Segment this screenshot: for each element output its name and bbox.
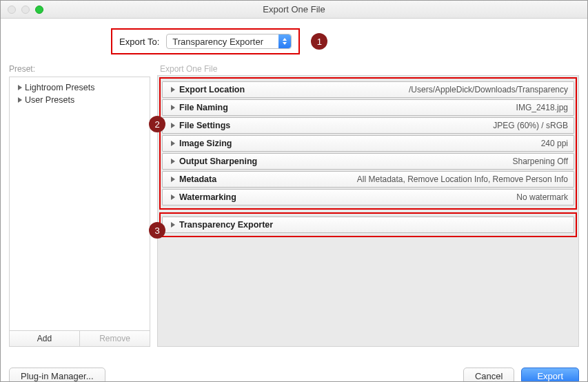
- titlebar: Export One File: [1, 1, 587, 19]
- annotation-box-2: Export Location /Users/AppleDick/Downloa…: [159, 77, 577, 210]
- plugin-manager-button[interactable]: Plug-in Manager...: [9, 368, 105, 382]
- panel-title: Image Sizing: [179, 139, 232, 148]
- annotation-box-1: Export To: Transparency Exporter: [111, 28, 300, 54]
- panel-value: Sharpening Off: [512, 157, 568, 166]
- disclosure-arrow-icon: [18, 97, 22, 103]
- annotation-badge-3: 3: [149, 222, 165, 239]
- preset-item-label: Lightroom Presets: [25, 83, 94, 92]
- panel-export-location[interactable]: Export Location /Users/AppleDick/Downloa…: [162, 81, 574, 98]
- preset-item-lightroom[interactable]: Lightroom Presets: [12, 81, 147, 94]
- panel-title: Export Location: [179, 85, 245, 94]
- preset-item-label: User Presets: [25, 95, 74, 105]
- disclosure-arrow-icon: [171, 105, 175, 110]
- footer-bar: Plug-in Manager... Cancel Export: [9, 368, 579, 382]
- panel-metadata[interactable]: Metadata All Metadata, Remove Location I…: [162, 171, 574, 188]
- annotation-badge-2: 2: [149, 116, 165, 132]
- disclosure-arrow-icon: [171, 222, 175, 228]
- panel-image-sizing[interactable]: Image Sizing 240 ppi: [162, 135, 574, 152]
- panel-transparency-exporter[interactable]: Transparency Exporter: [162, 217, 574, 233]
- panel-value: /Users/AppleDick/Downloads/Transparency: [409, 85, 568, 94]
- disclosure-arrow-icon: [171, 159, 175, 164]
- panel-file-naming[interactable]: File Naming IMG_2418.jpg: [162, 99, 574, 116]
- preset-list: Lightroom Presets User Presets: [9, 77, 150, 331]
- export-to-value: Transparency Exporter: [172, 37, 263, 47]
- panel-file-settings[interactable]: File Settings JPEG (60%) / sRGB: [162, 117, 574, 134]
- panel-title: Output Sharpening: [179, 157, 257, 166]
- dropdown-stepper-icon: [278, 34, 291, 48]
- disclosure-arrow-icon: [171, 177, 175, 182]
- panel-watermarking[interactable]: Watermarking No watermark: [162, 189, 574, 205]
- remove-preset-button[interactable]: Remove: [80, 331, 150, 346]
- export-to-dropdown[interactable]: Transparency Exporter: [166, 34, 292, 49]
- panel-title: Metadata: [179, 174, 216, 184]
- panel-title: File Naming: [179, 103, 228, 112]
- export-to-label: Export To:: [119, 37, 159, 47]
- panel-title: Transparency Exporter: [179, 220, 273, 230]
- panel-value: All Metadata, Remove Location Info, Remo…: [357, 174, 568, 184]
- disclosure-arrow-icon: [171, 141, 175, 146]
- panel-value: No watermark: [516, 192, 568, 202]
- panel-value: IMG_2418.jpg: [516, 103, 568, 112]
- disclosure-arrow-icon: [171, 194, 175, 200]
- preset-buttons: Add Remove: [9, 331, 150, 347]
- add-preset-button[interactable]: Add: [10, 331, 80, 346]
- annotation-badge-1: 1: [311, 33, 327, 50]
- panel-value: 240 ppi: [541, 139, 568, 148]
- window-title: Export One File: [1, 4, 587, 14]
- panel-title: Watermarking: [179, 192, 236, 202]
- panel-list: 2 3 Export Location /Users/AppleDick/Dow…: [157, 75, 579, 347]
- export-to-row: Export To: Transparency Exporter 1: [111, 28, 327, 54]
- panel-group-label: Export One File: [160, 64, 579, 74]
- export-button[interactable]: Export: [521, 368, 579, 382]
- disclosure-arrow-icon: [18, 85, 22, 90]
- panel-title: File Settings: [179, 121, 230, 130]
- disclosure-arrow-icon: [171, 87, 175, 92]
- disclosure-arrow-icon: [171, 123, 175, 128]
- panel-output-sharpening[interactable]: Output Sharpening Sharpening Off: [162, 153, 574, 170]
- preset-item-user[interactable]: User Presets: [12, 94, 147, 106]
- cancel-button[interactable]: Cancel: [463, 368, 514, 382]
- preset-heading: Preset:: [9, 64, 150, 74]
- annotation-box-3: Transparency Exporter: [159, 212, 577, 237]
- panel-value: JPEG (60%) / sRGB: [493, 121, 568, 130]
